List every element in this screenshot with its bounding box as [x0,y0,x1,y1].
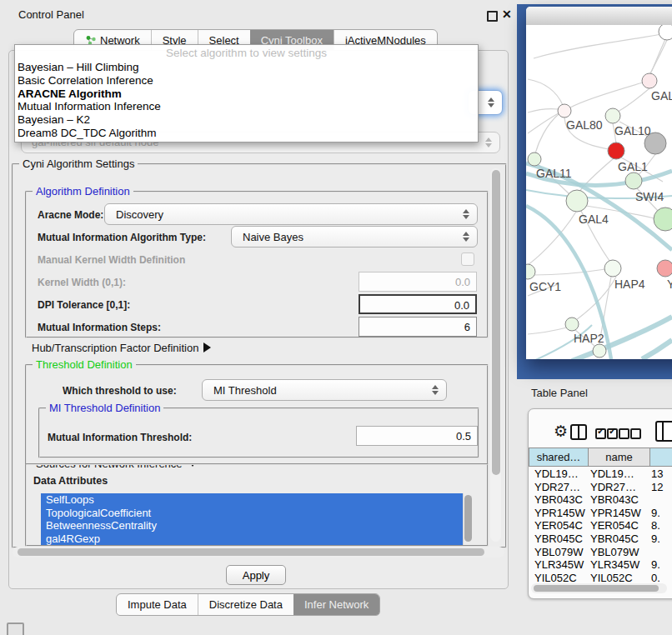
attributes-scrollbar[interactable] [463,493,474,545]
close-icon[interactable]: ✕ [502,8,512,21]
columns-icon[interactable] [570,424,587,440]
kernel-width-field[interactable]: 0.0 [359,272,477,292]
apply-button[interactable]: Apply [226,565,286,585]
table-cell: 9. [651,532,660,545]
tab-discretize-data[interactable]: Discretize Data [198,594,293,615]
network-node-label: GAL80 [566,118,603,132]
table-row[interactable]: YBL079WYBL079W [528,546,672,559]
algorithm-prompt: Select algorithm to view settings [15,45,478,61]
attribute-item[interactable]: SelfLoops [41,493,474,507]
network-node-label: GCY1 [529,280,561,293]
mi-threshold-label: Mutual Information Threshold: [48,432,192,443]
dpi-tolerance-field[interactable]: 0.0 [359,294,477,314]
table-cell: YBL079W [590,546,639,558]
table-cell: YBR045C [534,532,583,545]
table-cell: YDR27… [534,481,580,493]
select-all-checkbox-icon[interactable] [595,428,606,439]
network-node[interactable] [528,152,541,166]
algorithm-list: Bayesian – Hill ClimbingBasic Correlatio… [15,61,478,140]
column-header-extra[interactable] [650,448,672,467]
table-cell: YDL19… [534,468,579,480]
network-node[interactable] [657,260,672,277]
tab-infer-network[interactable]: Infer Network [293,594,379,615]
network-node[interactable] [604,260,621,277]
table-cell: YPR145W [534,507,585,519]
settings-horizontal-scrollbar[interactable] [13,547,504,558]
network-node-label: GAL1 [618,160,648,173]
combo-arrows-icon [463,232,469,242]
sources-group-title[interactable]: Sources for Network Inference [33,463,201,470]
manual-kernel-checkbox[interactable] [461,252,474,266]
collapsed-panel-button[interactable] [7,622,24,635]
expand-right-icon [203,342,211,352]
select-all-checkbox-icon2[interactable] [607,428,618,439]
column-header-shared[interactable]: shared… [529,448,589,467]
algorithm-option[interactable]: Mutual Information Inference [15,100,478,113]
network-node[interactable] [608,142,624,159]
table-row[interactable]: YDR27…YDR27…12 [528,481,672,494]
network-node[interactable] [659,25,672,40]
cyni-algorithm-settings-group: Cyni Algorithm Settings Algorithm Defini… [12,163,507,548]
screen: Control Panel ✕ Network Style Select Cyn [0,0,672,635]
mi-steps-field[interactable]: 6 [359,317,477,337]
network-canvas[interactable]: GALGAL80GAL10GAL1GAL11SWI4GAL4GCY1HAP4YH… [526,25,672,359]
table-row[interactable]: YLR345WYLR345W9. [528,558,672,572]
algorithm-option[interactable]: Basic Correlation Inference [15,74,478,88]
network-node[interactable] [558,104,571,118]
network-node-label: GAL10 [614,124,651,138]
column-header-name[interactable]: name [589,448,650,467]
settings-vertical-scrollbar[interactable] [490,168,501,542]
network-node-label: GAL [651,89,672,102]
network-node-label: HAP4 [614,278,645,291]
network-node-label: GAL11 [536,167,572,180]
data-attributes-label: Data Attributes [33,475,108,487]
network-node[interactable] [593,344,606,358]
hub-tf-section-toggle[interactable]: Hub/Transcription Factor Definition [32,342,211,354]
algorithm-option[interactable]: Bayesian – K2 [15,113,478,127]
attribute-item[interactable]: BetweennessCentrality [41,519,474,532]
deselect-all-checkbox-icon2[interactable] [630,428,641,439]
network-window-titlebar[interactable] [526,7,672,26]
attribute-item[interactable]: TopologicalCoefficient [41,507,474,520]
network-node[interactable] [526,264,535,279]
control-panel: Control Panel ✕ Network Style Select Cyn [0,0,517,635]
network-node[interactable] [654,208,672,231]
network-node[interactable] [566,190,588,212]
mi-type-combo[interactable]: Naive Bayes [231,226,478,248]
table-cell: YDR27… [590,481,636,493]
algorithm-option[interactable]: ARACNE Algorithm [15,88,478,101]
table-cell: YDL19… [590,468,634,480]
deselect-all-checkbox-icon[interactable] [619,428,629,439]
aracne-mode-combo[interactable]: Discovery [104,203,478,225]
table-cell: YER054C [590,519,639,532]
table-mode-icon[interactable] [655,421,672,442]
which-threshold-combo[interactable]: MI Threshold [202,379,447,401]
table-row[interactable]: YDL19…YDL19…13 [528,468,672,481]
tab-impute-data[interactable]: Impute Data [117,594,198,615]
gear-icon[interactable]: ⚙ [554,422,568,441]
table-cell: YPR145W [590,507,641,519]
table-row[interactable]: YIL052CYIL052C0. [528,572,672,584]
network-node[interactable] [625,172,642,189]
table-row[interactable]: YBR043CYBR043C [528,493,672,507]
attribute-item[interactable]: gal4RGexp [41,532,474,546]
manual-kernel-label: Manual Kernel Width Definition [38,254,185,266]
float-window-icon[interactable] [487,11,498,22]
network-node-label: Y [667,278,672,291]
network-node[interactable] [605,108,620,123]
algorithm-option[interactable]: Bayesian – Hill Climbing [15,61,478,74]
table-cell: YBL079W [534,546,584,558]
data-attributes-list[interactable]: SelfLoopsTopologicalCoefficientBetweenne… [41,493,474,545]
algorithm-option[interactable]: Dream8 DC_TDC Algorithm [15,127,478,140]
table-cell: YBR043C [534,493,583,506]
network-node[interactable] [642,73,657,88]
network-node[interactable] [565,318,579,331]
table-row[interactable]: YBR045CYBR045C9. [528,532,672,546]
table-row[interactable]: YPR145WYPR145W9. [528,507,672,520]
collapse-down-icon [188,463,198,467]
mi-threshold-field[interactable]: 0.5 [356,426,478,446]
table-horizontal-scrollbar[interactable] [531,583,667,593]
table-row[interactable]: YER054CYER054C8. [528,519,672,532]
dpi-tolerance-label: DPI Tolerance [0,1]: [38,299,130,311]
mi-threshold-definition-group: MI Threshold Definition Mutual Informati… [38,408,479,458]
